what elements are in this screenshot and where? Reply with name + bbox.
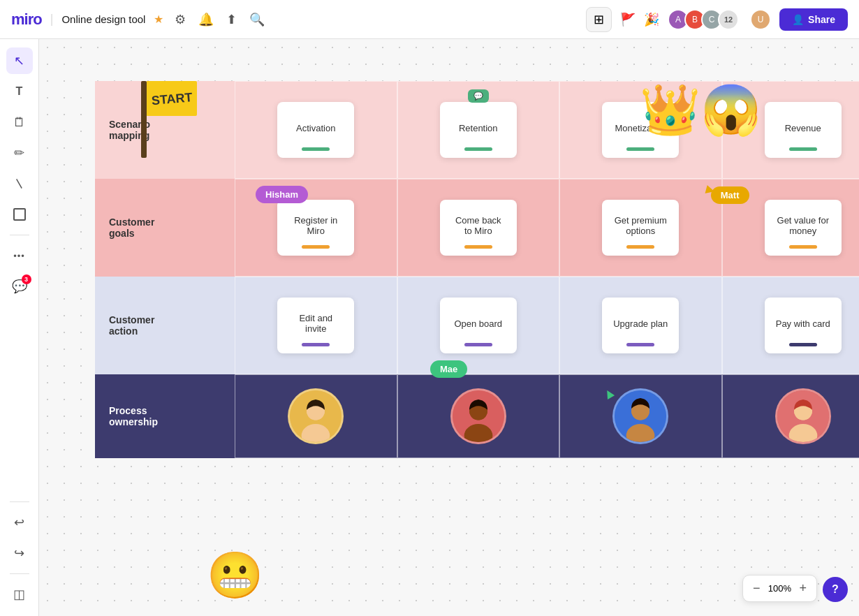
- share-button[interactable]: 👤 Share: [779, 8, 848, 31]
- comment-tool[interactable]: 💬 3: [6, 273, 33, 300]
- help-button[interactable]: ?: [823, 577, 848, 602]
- bottom-tools: ↩ ↪ ◫: [6, 499, 33, 608]
- card-pay[interactable]: Pay with card: [765, 298, 842, 353]
- row-cells-scenario: Activation 💬 Retention Monetization: [235, 81, 859, 179]
- star-icon[interactable]: ★: [154, 13, 163, 26]
- redo-button[interactable]: ↪: [6, 540, 33, 566]
- card-edit-invite[interactable]: Edit and invite: [277, 298, 354, 353]
- card-bar-retention: [464, 147, 492, 151]
- sidebar-icon: ◫: [13, 587, 25, 602]
- card-bar-monetization: [626, 147, 654, 151]
- nav-divider-1: |: [50, 12, 54, 27]
- card-value[interactable]: Get value for money: [765, 200, 842, 256]
- undo-icon: ↩: [14, 515, 24, 530]
- main-canvas[interactable]: START 👑😱 Scenario mapping Activation: [39, 39, 859, 616]
- more-icon: •••: [13, 251, 25, 261]
- sticky-icon: 🗒: [13, 115, 26, 130]
- cell-goals-2: Come back to Miro: [397, 179, 560, 277]
- settings-icon[interactable]: ⚙: [175, 12, 186, 27]
- current-user-avatar[interactable]: U: [750, 9, 771, 30]
- cell-owner-4: [722, 374, 860, 458]
- owner-avatar-1: [288, 388, 344, 444]
- row-ownership: Process ownership Mae: [95, 374, 859, 458]
- pen-icon: ✏: [14, 145, 24, 161]
- cursor-hisham: Hisham: [256, 186, 308, 203]
- row-header-action: Customer action: [95, 277, 235, 374]
- sidebar-toggle[interactable]: ◫: [6, 581, 33, 608]
- nav-icon-party[interactable]: 🎉: [644, 12, 659, 27]
- grid-view-button[interactable]: ⊞: [586, 7, 612, 32]
- row-cells-ownership: [235, 374, 859, 458]
- card-bar-activation: [302, 147, 330, 151]
- upload-icon[interactable]: ⬆: [226, 12, 237, 27]
- card-bar-register: [302, 245, 330, 249]
- cursor-matt: Matt: [711, 186, 749, 204]
- logo: miro: [11, 10, 42, 29]
- frame-icon: [13, 208, 26, 221]
- cursor-tool[interactable]: ↖: [6, 47, 33, 74]
- card-bar-revenue: [789, 147, 817, 151]
- card-bar-comeback: [464, 245, 492, 249]
- owner-avatar-4: [775, 388, 831, 444]
- toolbar-divider: [10, 235, 29, 235]
- zoom-in-button[interactable]: +: [799, 581, 807, 596]
- row-goals: Customer goals Hisham ▲ Register in Miro…: [95, 179, 859, 277]
- crown-emoji: 👑😱: [640, 81, 761, 138]
- zoom-value: 100%: [767, 583, 792, 594]
- cell-action-4: Pay with card: [722, 277, 860, 374]
- card-premium[interactable]: Get premium options: [602, 200, 679, 256]
- line-tool[interactable]: /: [6, 170, 33, 197]
- frame-tool[interactable]: [6, 201, 33, 228]
- more-tools[interactable]: •••: [6, 242, 33, 269]
- card-revenue[interactable]: Revenue: [765, 102, 842, 158]
- nav-icon-flag[interactable]: 🚩: [620, 12, 636, 27]
- card-bar-edit: [302, 343, 330, 346]
- avatar-count[interactable]: 12: [718, 9, 739, 30]
- nervous-emoji: 😬: [207, 549, 263, 602]
- avatar-group[interactable]: A B C 12: [668, 9, 739, 30]
- zoom-controls: − 100% +: [742, 575, 817, 602]
- share-icon: 👤: [792, 14, 804, 25]
- card-activation[interactable]: Activation: [277, 102, 354, 158]
- top-navigation: miro | Online design tool ★ ⚙ 🔔 ⬆ 🔍 ⊞ 🚩 …: [0, 0, 859, 39]
- board-title: Online design tool: [61, 13, 145, 25]
- card-open-board[interactable]: Open board: [440, 298, 517, 353]
- line-icon: /: [12, 177, 26, 191]
- comment-badge: 3: [22, 274, 31, 284]
- search-icon[interactable]: 🔍: [249, 12, 265, 27]
- card-bar-value: [789, 245, 817, 249]
- cell-owner-3: [559, 374, 722, 458]
- nav-right-area: A B C 12 U: [668, 9, 771, 30]
- card-retention[interactable]: 💬 Retention: [440, 102, 517, 158]
- row-cells-action: Edit and invite Open board ▲ Upgrade pla…: [235, 277, 859, 374]
- card-upgrade[interactable]: Upgrade plan: [602, 298, 679, 353]
- text-icon: T: [16, 85, 23, 98]
- zoom-out-button[interactable]: −: [753, 581, 761, 596]
- row-cells-goals: Register in Miro Come back to Miro Matt …: [235, 179, 859, 277]
- start-flag: START: [127, 74, 211, 168]
- cell-action-1: Edit and invite: [235, 277, 397, 374]
- card-bar-pay: [789, 343, 817, 346]
- cursor-icon: ↖: [14, 53, 24, 68]
- card-register[interactable]: Register in Miro: [277, 200, 354, 256]
- owner-avatar-2: [450, 388, 506, 444]
- row-header-goals: Customer goals: [95, 179, 235, 277]
- undo-button[interactable]: ↩: [6, 509, 33, 536]
- card-bar-open: [464, 343, 492, 346]
- text-tool[interactable]: T: [6, 78, 33, 105]
- notification-icon[interactable]: 🔔: [198, 12, 214, 27]
- owner-avatar-3: [612, 388, 668, 444]
- cell-action-3: ▲ Upgrade plan: [559, 277, 722, 374]
- cell-goals-3: Matt ▶ Get premium options: [559, 179, 722, 277]
- cell-owner-2: [397, 374, 560, 458]
- cell-owner-1: [235, 374, 397, 458]
- cell-scenario-1: Activation: [235, 81, 397, 179]
- pen-tool[interactable]: ✏: [6, 140, 33, 166]
- sticky-tool[interactable]: 🗒: [6, 109, 33, 135]
- left-toolbar: ↖ T 🗒 ✏ / ••• 💬 3 ↩ ↪ ◫: [0, 39, 39, 616]
- svg-rect-0: [141, 81, 147, 158]
- cursor-mae: Mae: [430, 360, 467, 378]
- row-action: Customer action Edit and invite Open boa…: [95, 277, 859, 374]
- cell-scenario-2: 💬 Retention: [397, 81, 560, 179]
- card-comeback[interactable]: Come back to Miro: [440, 200, 517, 256]
